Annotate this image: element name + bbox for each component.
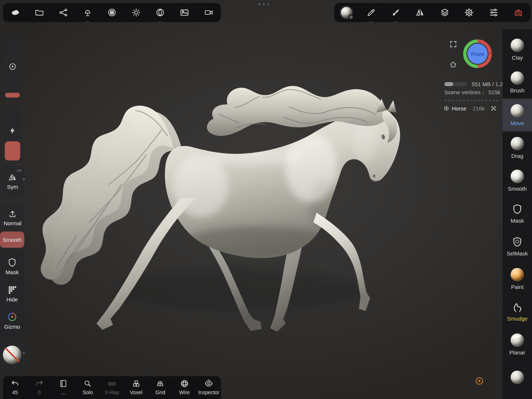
camera-icon[interactable] — [201, 4, 217, 21]
shield-mask-icon — [7, 257, 17, 268]
tool-planar[interactable]: Planar — [503, 328, 532, 361]
submenu-dots: … — [369, 19, 373, 22]
undo-arrow-icon — [10, 379, 20, 388]
intensity-slider-fill[interactable] — [5, 141, 20, 160]
tool-paint[interactable]: Paint — [503, 262, 532, 295]
chevron-up-icon — [207, 377, 211, 383]
matcap-sphere-icon[interactable] — [338, 4, 355, 21]
submenu-dots: … — [393, 19, 398, 22]
folder-icon[interactable] — [31, 4, 47, 21]
tool-mask[interactable]: Mask — [503, 197, 532, 230]
solo-button[interactable]: Solo — [77, 379, 98, 395]
mask-quick-button[interactable]: Mask — [6, 257, 19, 275]
tool-label: Smudge — [507, 315, 528, 322]
inspector-label: Inspector — [198, 389, 219, 395]
dotted-sphere-icon[interactable] — [104, 4, 120, 21]
background-image-icon[interactable] — [176, 4, 193, 21]
app-logo-icon[interactable] — [7, 4, 23, 21]
mirror-symmetry-icon[interactable] — [412, 4, 428, 21]
smudge-finger-icon — [512, 302, 523, 313]
bottom-toolbar: 45 0 … Solo X-Ray Voxel — [3, 376, 221, 399]
shield-mask-icon — [511, 203, 523, 215]
scene-vertices-value: 515k — [488, 89, 500, 96]
sculpt-app-window: … … … — [0, 0, 532, 399]
tool-smooth[interactable]: Smooth — [503, 164, 532, 197]
tool-label: SelMask — [507, 250, 528, 257]
symmetry-icon — [8, 173, 17, 182]
matcap-off-button[interactable] — [0, 340, 24, 370]
symmetry-label: Sym — [7, 184, 18, 190]
tool-drag[interactable]: Drag — [503, 131, 532, 164]
symmetry-button[interactable]: LW Sym — [1, 166, 24, 197]
shield-select-icon — [511, 236, 523, 248]
node-graph-icon[interactable] — [55, 4, 71, 21]
object-name: Horse — [452, 105, 466, 112]
left-quick-tools: Mask Hide Gizmo — [0, 250, 24, 337]
horse-model — [0, 0, 532, 399]
notebook-icon — [59, 379, 68, 388]
smooth-chip-label: Smooth — [3, 237, 22, 243]
redo-button[interactable]: 0 — [29, 379, 50, 395]
glasses-icon — [107, 379, 117, 388]
pages-button[interactable]: … — [53, 379, 74, 395]
sliders-settings-icon[interactable] — [486, 4, 502, 21]
undo-button[interactable]: 45 — [5, 379, 25, 395]
xray-button[interactable]: X-Ray — [102, 379, 122, 395]
tool-sidebar: Clay Brush Move Drag Smooth Mask Se — [503, 29, 532, 399]
paint-brush-icon[interactable]: … — [388, 4, 404, 21]
undo-count: 45 — [12, 389, 18, 395]
tool-next-partial[interactable] — [503, 361, 532, 393]
material-sphere-icon[interactable]: … — [152, 4, 168, 21]
inspector-button[interactable]: Inspector — [198, 379, 219, 395]
sun-light-icon[interactable] — [128, 4, 144, 21]
intensity-bolt-icon — [8, 126, 17, 137]
grid-button[interactable]: Grid — [150, 379, 170, 395]
normal-direction-button[interactable]: Normal — [1, 204, 24, 232]
smooth-modifier-chip[interactable]: Smooth — [0, 232, 24, 248]
tool-smudge[interactable]: Smudge — [503, 295, 532, 328]
gizmo-label: Gizmo — [4, 324, 20, 330]
hide-quick-button[interactable]: Hide — [7, 285, 18, 303]
mask-label: Mask — [6, 269, 19, 275]
fullscreen-expand-button[interactable] — [449, 40, 457, 50]
active-object-row[interactable]: Horse · 216k · — [443, 105, 496, 112]
panel-handle-icon[interactable]: ▸ — [23, 177, 25, 181]
hide-label: Hide — [7, 296, 18, 303]
layers-icon[interactable] — [437, 4, 453, 21]
tool-label: Move — [511, 120, 524, 126]
tool-clay[interactable]: Clay — [503, 33, 532, 66]
view-orientation-ball[interactable]: Front R — [463, 39, 492, 68]
view-front-label: Front — [463, 39, 492, 68]
tool-move[interactable]: Move — [503, 99, 532, 131]
voxel-label: Voxel — [130, 389, 142, 395]
voxel-button[interactable]: Voxel — [126, 379, 147, 395]
paint-sphere-icon — [511, 268, 524, 281]
home-view-button[interactable] — [449, 60, 457, 70]
tool-brush[interactable]: Brush — [503, 66, 532, 99]
radius-slider[interactable] — [4, 36, 21, 100]
tool-selmask[interactable]: SelMask — [503, 230, 532, 262]
lamp-icon[interactable]: … — [80, 4, 96, 21]
wire-button[interactable]: Wire — [174, 379, 195, 395]
panel-handle-icon[interactable]: ▸ — [23, 350, 25, 355]
submenu-dots: … — [85, 19, 90, 22]
magnifier-icon — [83, 379, 92, 388]
bake-kiln-icon[interactable] — [510, 4, 526, 21]
dot-separator: · — [469, 105, 471, 112]
pencil-stroke-icon[interactable]: … — [363, 4, 379, 21]
sculpt-viewport[interactable] — [0, 0, 532, 399]
wireframe-sphere-icon — [180, 379, 189, 388]
intensity-slider[interactable] — [4, 105, 21, 162]
top-left-toolbar: … … — [3, 3, 221, 22]
stats-separator — [444, 100, 498, 101]
grid-label: Grid — [155, 389, 165, 395]
top-right-toolbar: … … — [334, 3, 531, 22]
radius-slider-fill[interactable] — [5, 93, 20, 98]
tool-label: Drag — [511, 153, 524, 159]
redo-arrow-icon — [35, 379, 44, 388]
clay-sphere-icon — [511, 39, 524, 52]
tool-sphere-icon — [511, 371, 524, 384]
gizmo-quick-button[interactable]: Gizmo — [4, 312, 20, 330]
system-handle-dots — [258, 3, 269, 5]
gear-settings-icon[interactable] — [461, 4, 477, 21]
